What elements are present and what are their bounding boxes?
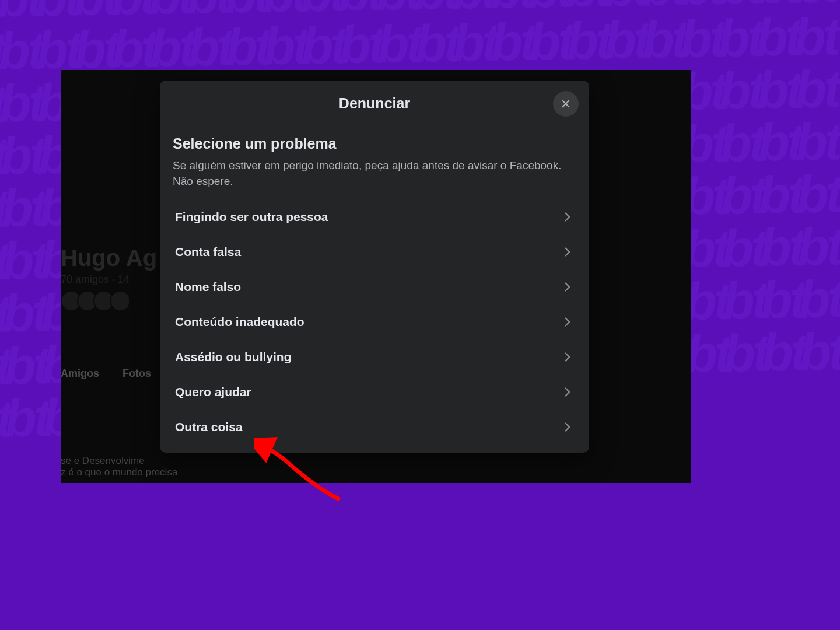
background-tab: Amigos — [61, 368, 99, 380]
option-something-else[interactable]: Outra coisa — [173, 410, 576, 444]
report-modal: Denunciar Selecione um problema Se algué… — [160, 80, 589, 453]
option-impersonation[interactable]: Fingindo ser outra pessoa — [173, 200, 576, 235]
chevron-right-icon — [560, 245, 574, 259]
option-label: Quero ajudar — [175, 385, 251, 399]
chevron-right-icon — [560, 420, 574, 434]
background-profile-name: Hugo Ag — [61, 245, 157, 271]
background-tab: Fotos — [123, 368, 151, 380]
chevron-right-icon — [560, 315, 574, 329]
option-label: Nome falso — [175, 280, 241, 294]
background-bottom-line: z é o que o mundo precisa — [61, 467, 177, 478]
close-icon — [560, 98, 572, 110]
modal-header: Denunciar — [160, 80, 589, 127]
option-fake-account[interactable]: Conta falsa — [173, 235, 576, 270]
option-want-to-help[interactable]: Quero ajudar — [173, 374, 576, 410]
modal-body: Selecione um problema Se alguém estiver … — [160, 127, 589, 453]
background-profile-sub: 70 amigos · 14 — [61, 274, 157, 286]
option-label: Fingindo ser outra pessoa — [175, 210, 328, 224]
chevron-right-icon — [560, 350, 574, 364]
background-profile-area: Hugo Ag 70 amigos · 14 — [61, 245, 157, 312]
chevron-right-icon — [560, 280, 574, 294]
option-fake-name[interactable]: Nome falso — [173, 270, 576, 304]
chevron-right-icon — [560, 385, 574, 399]
option-label: Assédio ou bullying — [175, 350, 292, 364]
background-tabs: Amigos Fotos — [61, 368, 151, 380]
screenshot-frame: Hugo Ag 70 amigos · 14 Amigos Fotos se e… — [61, 70, 691, 483]
option-list: Fingindo ser outra pessoa Conta falsa No… — [173, 200, 576, 444]
close-button[interactable] — [553, 91, 579, 117]
modal-title: Denunciar — [339, 95, 410, 112]
option-label: Outra coisa — [175, 420, 243, 434]
option-label: Conta falsa — [175, 245, 241, 259]
avatar — [110, 290, 131, 312]
background-bottom-text: se e Desenvolvime z é o que o mundo prec… — [61, 455, 177, 478]
chevron-right-icon — [560, 210, 574, 224]
background-avatars — [61, 290, 157, 312]
section-title: Selecione um problema — [173, 135, 576, 152]
section-description: Se alguém estiver em perigo imediato, pe… — [173, 158, 576, 189]
background-bottom-line: se e Desenvolvime — [61, 455, 177, 467]
option-inappropriate-content[interactable]: Conteúdo inadequado — [173, 304, 576, 340]
option-harassment-bullying[interactable]: Assédio ou bullying — [173, 340, 576, 374]
option-label: Conteúdo inadequado — [175, 315, 304, 329]
